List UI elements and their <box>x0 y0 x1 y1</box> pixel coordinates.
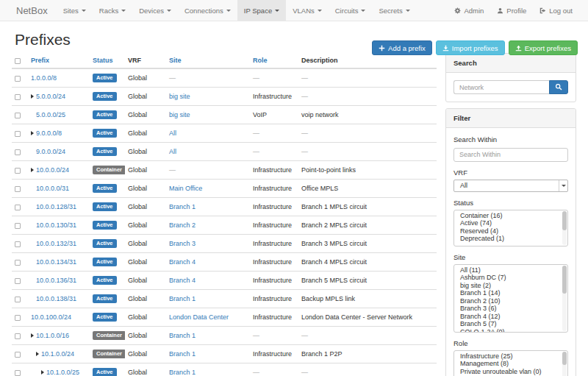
prefix-link[interactable]: 10.0.0.128/31 <box>36 203 76 210</box>
listbox-option[interactable]: Deprecated (1) <box>454 235 567 243</box>
listbox-option[interactable]: Container (16) <box>454 212 567 220</box>
import-prefixes-button[interactable]: Import prefixes <box>436 40 505 55</box>
nav-item-admin[interactable]: Admin <box>448 0 490 21</box>
site-link[interactable]: Branch 1 <box>169 295 196 302</box>
scrollbar[interactable] <box>562 211 567 245</box>
listbox-option[interactable]: All (11) <box>454 266 567 274</box>
row-checkbox[interactable] <box>15 94 21 100</box>
column-header-status[interactable]: Status <box>90 53 125 68</box>
listbox-option[interactable]: Branch 5 (7) <box>454 320 567 328</box>
row-checkbox[interactable] <box>15 333 21 339</box>
nav-item-log-out[interactable]: Log out <box>533 0 579 21</box>
listbox-option[interactable]: big site (2) <box>454 282 567 290</box>
vrf-select[interactable]: All <box>453 180 568 192</box>
listbox-option[interactable]: Branch 4 (12) <box>454 313 567 321</box>
prefix-link[interactable]: 10.0.0.138/31 <box>36 295 76 302</box>
status-listbox[interactable]: Container (16)Active (74)Reserved (4)Dep… <box>453 210 568 246</box>
prefix-link[interactable]: 10.1.0.0/24 <box>41 350 74 358</box>
row-checkbox[interactable] <box>15 76 21 82</box>
column-header-role[interactable]: Role <box>250 53 298 68</box>
listbox-option[interactable]: Branch 3 (6) <box>454 305 567 313</box>
site-link[interactable]: All <box>169 148 176 155</box>
prefix-link[interactable]: 10.0.0.130/31 <box>36 221 76 229</box>
row-checkbox[interactable] <box>15 131 21 137</box>
row-checkbox[interactable] <box>15 223 21 229</box>
expand-toggle-icon[interactable] <box>36 352 39 356</box>
prefix-link[interactable]: 10.0.0.0/31 <box>36 185 69 192</box>
site-link[interactable]: Branch 4 <box>169 277 196 284</box>
site-link[interactable]: Branch 3 <box>169 240 196 247</box>
row-checkbox[interactable] <box>15 149 21 155</box>
navbar-brand[interactable]: NetBox <box>9 0 55 21</box>
site-link[interactable]: London Data Center <box>169 313 229 321</box>
row-checkbox[interactable] <box>15 278 21 284</box>
nav-item-vlans[interactable]: VLANs <box>286 0 329 21</box>
expand-toggle-icon[interactable] <box>31 94 34 99</box>
column-header-prefix[interactable]: Prefix <box>28 53 90 68</box>
scrollbar[interactable] <box>562 266 567 331</box>
prefix-link[interactable]: 10.0.0.132/31 <box>36 240 76 247</box>
nav-item-racks[interactable]: Racks <box>93 0 132 21</box>
listbox-option[interactable]: COLO-1-2A (0) <box>454 328 567 333</box>
nav-item-profile[interactable]: Profile <box>490 0 533 21</box>
expand-toggle-icon[interactable] <box>31 131 34 135</box>
prefix-link[interactable]: 9.0.0.0/24 <box>36 148 65 155</box>
search-within-input[interactable] <box>453 148 568 162</box>
listbox-option[interactable]: Branch 2 (10) <box>454 297 567 305</box>
listbox-option[interactable]: Active (74) <box>454 219 567 227</box>
prefix-link[interactable]: 5.0.0.0/24 <box>36 93 65 100</box>
select-all-checkbox[interactable] <box>15 58 21 64</box>
add-a-prefix-button[interactable]: Add a prefix <box>372 40 432 55</box>
search-button[interactable] <box>549 80 568 94</box>
prefix-link[interactable]: 5.0.0.0/25 <box>36 111 65 118</box>
expand-toggle-icon[interactable] <box>41 370 44 375</box>
row-checkbox[interactable] <box>15 297 21 302</box>
listbox-option[interactable]: Management (8) <box>454 360 567 368</box>
expand-toggle-icon[interactable] <box>31 168 34 172</box>
site-link[interactable]: Branch 2 <box>169 221 196 229</box>
nav-item-devices[interactable]: Devices <box>132 0 178 21</box>
prefix-link[interactable]: 10.0.0.134/31 <box>36 258 76 266</box>
export-prefixes-button[interactable]: Export prefixes <box>509 40 578 55</box>
prefix-link[interactable]: 1.0.0.0/8 <box>31 74 57 82</box>
row-checkbox[interactable] <box>15 260 21 266</box>
site-link[interactable]: All <box>169 130 176 137</box>
site-listbox[interactable]: All (11)Ashburn DC (7)big site (2)Branch… <box>453 264 568 333</box>
row-checkbox[interactable] <box>15 241 21 247</box>
site-link[interactable]: Branch 1 <box>169 203 196 210</box>
listbox-option[interactable]: Ashburn DC (7) <box>454 274 567 282</box>
listbox-option[interactable]: Infrastructure (25) <box>454 352 567 361</box>
listbox-option[interactable]: Reserved (4) <box>454 227 567 235</box>
row-checkbox[interactable] <box>15 113 21 118</box>
site-link[interactable]: Branch 4 <box>169 258 196 266</box>
site-link[interactable]: big site <box>169 111 190 118</box>
listbox-option[interactable]: Private unrouteable vlan (0) <box>454 368 567 376</box>
prefix-link[interactable]: 10.0.100.0/24 <box>31 313 71 321</box>
column-header-site[interactable]: Site <box>166 53 250 68</box>
search-input[interactable] <box>453 80 549 94</box>
site-link[interactable]: big site <box>169 93 190 100</box>
row-checkbox[interactable] <box>15 168 21 174</box>
row-checkbox[interactable] <box>15 352 21 358</box>
nav-item-sites[interactable]: Sites <box>57 0 93 21</box>
listbox-option[interactable]: Branch 1 (14) <box>454 289 567 297</box>
site-link[interactable]: Branch 1 <box>169 350 196 358</box>
nav-item-connections[interactable]: Connections <box>178 0 237 21</box>
expand-toggle-icon[interactable] <box>31 333 34 338</box>
site-link[interactable]: Branch 1 <box>169 332 196 339</box>
row-checkbox[interactable] <box>15 205 21 210</box>
row-checkbox[interactable] <box>15 370 21 376</box>
prefix-link[interactable]: 10.0.0.0/24 <box>36 166 69 174</box>
site-link[interactable]: Main Office <box>169 185 202 192</box>
row-checkbox[interactable] <box>15 186 21 192</box>
nav-item-circuits[interactable]: Circuits <box>329 0 373 21</box>
nav-item-ip-space[interactable]: IP Space <box>237 0 286 21</box>
row-checkbox[interactable] <box>15 315 21 321</box>
nav-item-secrets[interactable]: Secrets <box>372 0 416 21</box>
site-link[interactable]: Branch 1 <box>169 369 196 376</box>
prefix-link[interactable]: 9.0.0.0/8 <box>36 130 62 137</box>
prefix-link[interactable]: 10.1.0.0/25 <box>46 369 79 376</box>
role-listbox[interactable]: Infrastructure (25)Management (8)Private… <box>453 350 568 376</box>
prefix-link[interactable]: 10.0.0.136/31 <box>36 277 76 284</box>
prefix-link[interactable]: 10.1.0.0/16 <box>36 332 69 339</box>
